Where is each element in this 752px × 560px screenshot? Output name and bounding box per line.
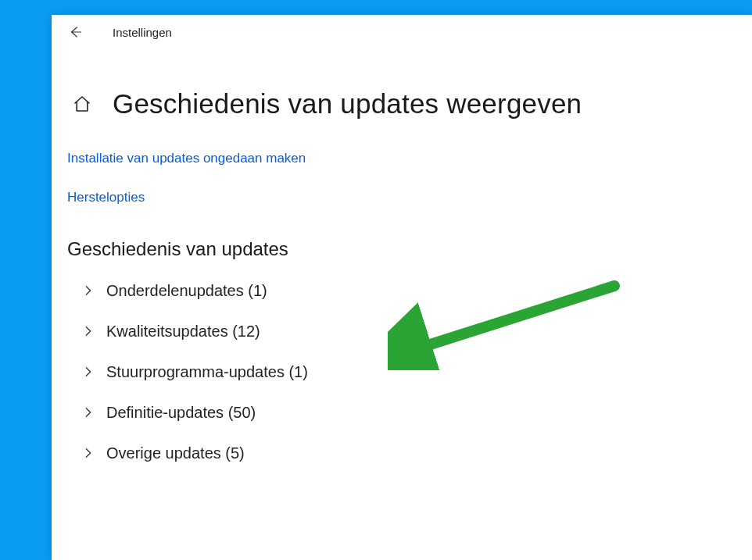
home-button[interactable] [72, 94, 92, 114]
expander-definitie-updates[interactable]: Definitie-updates (50) [81, 396, 736, 429]
arrow-left-icon [68, 25, 82, 39]
app-name: Instellingen [113, 26, 172, 39]
settings-window: Instellingen Geschiedenis van updates we… [52, 15, 752, 560]
expander-label: Kwaliteitsupdates (12) [106, 323, 260, 341]
home-icon [73, 95, 91, 113]
links-block: Installatie van updates ongedaan maken H… [67, 151, 736, 205]
back-button[interactable] [67, 24, 83, 40]
section-title: Geschiedenis van updates [67, 238, 736, 260]
uninstall-updates-link[interactable]: Installatie van updates ongedaan maken [67, 151, 736, 166]
expander-kwaliteitsupdates[interactable]: Kwaliteitsupdates (12) [81, 315, 736, 348]
chevron-right-icon [81, 284, 95, 297]
expander-label: Stuurprogramma-updates (1) [106, 363, 308, 381]
expander-label: Overige updates (5) [106, 444, 245, 462]
expander-list: Onderdelenupdates (1) Kwaliteitsupdates … [67, 274, 736, 469]
recovery-options-link[interactable]: Herstelopties [67, 190, 736, 205]
expander-onderdelenupdates[interactable]: Onderdelenupdates (1) [81, 274, 736, 307]
chevron-right-icon [81, 325, 95, 337]
heading-row: Geschiedenis van updates weergeven [67, 88, 736, 119]
chevron-right-icon [81, 366, 95, 378]
titlebar: Instellingen [52, 15, 752, 49]
desktop: Instellingen Geschiedenis van updates we… [0, 0, 752, 560]
expander-stuurprogramma-updates[interactable]: Stuurprogramma-updates (1) [81, 355, 736, 388]
chevron-right-icon [81, 406, 95, 419]
chevron-right-icon [81, 447, 95, 459]
expander-label: Onderdelenupdates (1) [106, 282, 267, 300]
expander-label: Definitie-updates (50) [106, 404, 256, 422]
page-title: Geschiedenis van updates weergeven [113, 88, 582, 119]
expander-overige-updates[interactable]: Overige updates (5) [81, 437, 736, 469]
content: Geschiedenis van updates weergeven Insta… [52, 49, 752, 469]
